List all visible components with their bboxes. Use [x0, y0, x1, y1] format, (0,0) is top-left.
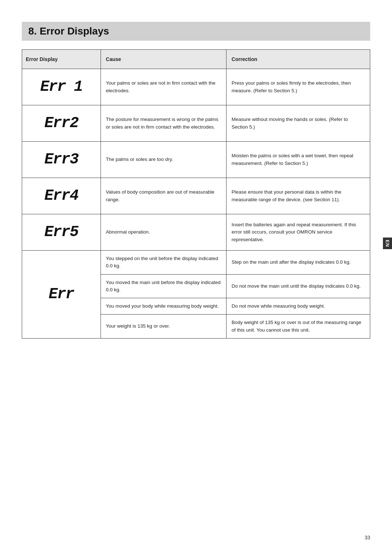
cause-cell: You moved your body while measuring body…	[101, 298, 226, 315]
cause-cell: Your palms or soles are not in firm cont…	[101, 69, 226, 105]
error-glyph: Err4	[44, 185, 78, 207]
error-table: Error Display Cause Correction Err 1Your…	[22, 49, 370, 339]
cause-cell: The posture for measurement is wrong or …	[101, 105, 226, 142]
en-badge: EN	[383, 238, 392, 249]
correction-cell: Moisten the palms or soles with a wet to…	[226, 142, 370, 178]
error-display-cell: Err3	[22, 142, 101, 178]
table-row: ErrYou stepped on the unit before the di…	[22, 251, 370, 275]
correction-cell: Press your palms or soles firmly to the …	[226, 69, 370, 105]
table-row: Err3The palms or soles are too dry.Moist…	[22, 142, 370, 178]
cause-cell: Abnormal operation.	[101, 214, 226, 251]
error-glyph: Err2	[44, 112, 78, 135]
cause-cell: You moved the main unit before the displ…	[101, 274, 226, 298]
cause-cell: The palms or soles are too dry.	[101, 142, 226, 178]
correction-cell: Please ensure that your personal data is…	[226, 178, 370, 214]
en-badge-wrapper: EN	[380, 232, 392, 254]
error-display-cell: Err4	[22, 178, 101, 214]
correction-cell: Do not move while measuring body weight.	[226, 298, 370, 315]
error-glyph: Err 1	[40, 76, 82, 98]
cause-cell: Your weight is 135 kg or over.	[101, 315, 226, 339]
correction-cell: Measure without moving the hands or sole…	[226, 105, 370, 142]
correction-cell: Step on the main unit after the display …	[226, 251, 370, 275]
correction-cell: Insert the batteries again and repeat me…	[226, 214, 370, 251]
error-display-cell: Err5	[22, 214, 101, 251]
table-row: Err2The posture for measurement is wrong…	[22, 105, 370, 142]
table-row: Err5Abnormal operation.Insert the batter…	[22, 214, 370, 251]
error-display-cell: Err	[22, 251, 101, 339]
cause-cell: Values of body composition are out of me…	[101, 178, 226, 214]
page-number: 33	[364, 535, 370, 540]
table-row: Err 1Your palms or soles are not in firm…	[22, 69, 370, 105]
error-glyph: Err5	[44, 221, 78, 244]
section-title-bar: 8. Error Displays	[22, 22, 370, 41]
col-header-error-display: Error Display	[22, 50, 101, 69]
error-glyph: Err	[49, 283, 74, 306]
col-header-correction: Correction	[226, 50, 370, 69]
cause-cell: You stepped on the unit before the displ…	[101, 251, 226, 275]
table-row: Err4Values of body composition are out o…	[22, 178, 370, 214]
error-display-cell: Err 1	[22, 69, 101, 105]
col-header-cause: Cause	[101, 50, 226, 69]
error-display-cell: Err2	[22, 105, 101, 142]
correction-cell: Do not move the main unit until the disp…	[226, 274, 370, 298]
section-title: 8. Error Displays	[28, 25, 364, 37]
correction-cell: Body weight of 135 kg or over is out of …	[226, 315, 370, 339]
error-glyph: Err3	[44, 148, 78, 171]
